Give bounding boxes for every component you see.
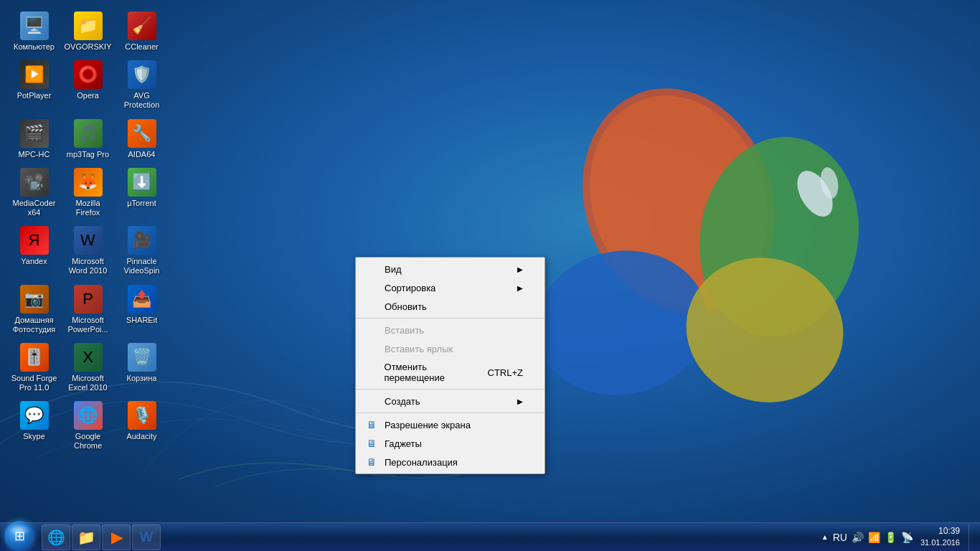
desktop-icon-ccleaner[interactable]: 🧹 CCleaner (115, 7, 169, 56)
desktop-icon-opera[interactable]: ⭕ Opera (61, 56, 115, 114)
desktop-icon-mpchc[interactable]: 🎬 MPC-HC (7, 115, 61, 164)
icon-image-potplayer: ▶️ (20, 60, 49, 89)
desktop-icon-yandex[interactable]: Я Yandex (7, 222, 61, 280)
icon-image-ppt: P (74, 285, 103, 314)
start-button[interactable]: ⊞ (0, 523, 39, 552)
ctx-arrow-sort: ▶ (517, 284, 523, 292)
desktop-icon-ppt[interactable]: P Microsoft PowerPoi... (61, 281, 115, 339)
desktop-icon-ovgorskiy[interactable]: 📁 OVGORSKIY (61, 7, 115, 56)
desktop-icon-computer[interactable]: 🖥️ Компьютер (7, 7, 61, 56)
ctx-label-screen-res: Разрешение экрана (385, 420, 471, 430)
taskbar-btn-icon-media-player: ▶ (111, 529, 122, 546)
desktop-icon-utorrent[interactable]: ⬇️ µTorrent (115, 164, 169, 222)
taskbar-btn-explorer[interactable]: 📁 (72, 524, 100, 550)
icon-label-word2010: Microsoft Word 2010 (64, 257, 112, 276)
desktop-icon-avg[interactable]: 🛡️ AVG Protection (115, 56, 169, 114)
desktop-icon-recycle[interactable]: 🗑️ Корзина (115, 339, 169, 397)
desktop-icon-shareit[interactable]: 📤 SHAREit (115, 281, 169, 339)
icon-image-recycle: 🗑️ (128, 343, 156, 372)
icon-label-utorrent: µTorrent (127, 199, 156, 208)
ctx-item-paste-shortcut: Вставить ярлык (356, 339, 545, 358)
icon-image-ovgorskiy: 📁 (74, 11, 103, 40)
desktop-icon-excel2010[interactable]: X Microsoft Excel 2010 (61, 339, 115, 397)
ctx-item-refresh[interactable]: Обновить (356, 297, 545, 316)
icon-label-mp3tag: mp3Tag Pro (67, 150, 109, 159)
tray-expand-arrow[interactable]: ▲ (821, 533, 829, 541)
tray-clock[interactable]: 10:39 31.01.2016 (918, 525, 966, 548)
tray-volume-icon[interactable]: 🔊 (850, 530, 865, 545)
tray-time: 10:39 (920, 525, 960, 537)
icon-label-computer: Компьютер (14, 42, 55, 52)
tray-network-icon[interactable]: 📶 (867, 530, 882, 545)
ctx-icon-empty-undo-move (364, 367, 379, 378)
ctx-arrow-view: ▶ (517, 265, 523, 273)
taskbar-btn-icon-explorer: 📁 (77, 529, 95, 546)
icon-image-soundforge: 🎚️ (20, 343, 49, 372)
desktop-icon-audacity[interactable]: 🎙️ Audacity (115, 397, 169, 455)
ctx-item-new[interactable]: Создать▶ (356, 392, 545, 410)
icon-label-ccleaner: CCleaner (125, 42, 158, 52)
ctx-item-undo-move[interactable]: Отменить перемещениеCTRL+Z (356, 358, 545, 387)
ctx-icon-empty-sort (364, 282, 379, 293)
desktop-icon-aida64[interactable]: 🔧 AIDA64 (115, 115, 169, 164)
ctx-item-personalize[interactable]: 🖥Персонализация (356, 453, 545, 471)
tray-signal-icon[interactable]: 📡 (900, 530, 915, 545)
desktop-icon-pinnacle[interactable]: 🎥 Pinnacle VideoSpin (115, 222, 169, 280)
taskbar-btn-word-task[interactable]: W (132, 524, 161, 550)
ctx-item-paste: Вставить (356, 321, 545, 339)
taskbar-btn-media-player[interactable]: ▶ (102, 524, 131, 550)
ctx-icon-empty-new (364, 395, 379, 407)
ctx-icon-personalize: 🖥 (364, 456, 379, 468)
ctx-item-sort[interactable]: Сортировка▶ (356, 278, 545, 297)
ctx-label-undo-move: Отменить перемещение (385, 362, 488, 383)
windows-logo-icon: ⊞ (14, 528, 25, 544)
icon-image-yandex: Я (20, 226, 49, 255)
tray-lang[interactable]: RU (831, 530, 849, 545)
icon-label-soundforge: Sound Forge Pro 11.0 (10, 374, 58, 392)
icon-image-computer: 🖥️ (20, 11, 49, 40)
desktop-icon-home[interactable]: 📷 Домашняя Фотостудия (7, 281, 61, 339)
ctx-separator-sep1 (356, 318, 545, 319)
ctx-item-view[interactable]: Вид▶ (356, 260, 545, 278)
desktop-icon-soundforge[interactable]: 🎚️ Sound Forge Pro 11.0 (7, 339, 61, 397)
icon-image-shareit: 📤 (128, 285, 156, 314)
icon-label-recycle: Корзина (127, 374, 157, 383)
ctx-arrow-new: ▶ (517, 397, 523, 405)
icon-label-pinnacle: Pinnacle VideoSpin (118, 257, 166, 276)
ctx-label-paste-shortcut: Вставить ярлык (385, 344, 453, 354)
icon-label-home: Домашняя Фотостудия (10, 316, 58, 334)
tray-battery-icon[interactable]: 🔋 (883, 530, 898, 545)
desktop-icon-chrome[interactable]: 🌐 Google Chrome (61, 397, 115, 455)
show-desktop-button[interactable] (969, 524, 974, 551)
ctx-separator-sep2 (356, 389, 545, 390)
ctx-icon-empty-paste (364, 324, 379, 336)
system-tray: ▲ RU 🔊 📶 🔋 📡 10:39 31.01.2016 (816, 523, 980, 552)
taskbar-btn-icon-word-task: W (140, 529, 154, 545)
icon-image-excel2010: X (74, 343, 103, 372)
start-orb[interactable]: ⊞ (4, 521, 34, 551)
ctx-item-screen-res[interactable]: 🖥Разрешение экрана (356, 415, 545, 434)
icon-label-mpchc: MPC-HC (19, 150, 50, 159)
ctx-label-personalize: Персонализация (385, 457, 458, 468)
icon-label-excel2010: Microsoft Excel 2010 (64, 374, 112, 392)
desktop-icon-firefox[interactable]: 🦊 Mozilla Firefox (61, 164, 115, 222)
desktop-icons-container: 🖥️ Компьютер 📁 OVGORSKIY 🧹 CCleaner ▶️ P… (7, 7, 169, 456)
icon-image-opera: ⭕ (74, 60, 103, 89)
ctx-icon-screen-res: 🖥 (364, 419, 379, 430)
desktop-icon-skype[interactable]: 💬 Skype (7, 397, 61, 455)
ctx-label-view: Вид (385, 264, 402, 275)
desktop-icon-word2010[interactable]: W Microsoft Word 2010 (61, 222, 115, 280)
ctx-item-gadgets[interactable]: 🖥Гаджеты (356, 434, 545, 453)
desktop-icon-mp3tag[interactable]: 🎵 mp3Tag Pro (61, 115, 115, 164)
icon-image-mpchc: 🎬 (20, 119, 49, 148)
desktop-icon-potplayer[interactable]: ▶️ PotPlayer (7, 56, 61, 114)
taskbar-btn-ie[interactable]: 🌐 (42, 524, 70, 550)
icon-label-opera: Opera (77, 91, 99, 100)
taskbar-btn-icon-ie: 🌐 (47, 529, 65, 546)
context-menu: Вид▶Сортировка▶ОбновитьВставитьВставить … (355, 257, 545, 474)
ctx-label-new: Создать (385, 396, 420, 407)
desktop-icon-mediacoder[interactable]: 📽️ MediaCoder x64 (7, 164, 61, 222)
icon-image-utorrent: ⬇️ (128, 168, 156, 197)
ctx-label-paste: Вставить (385, 325, 424, 336)
icon-label-potplayer: PotPlayer (17, 91, 52, 100)
